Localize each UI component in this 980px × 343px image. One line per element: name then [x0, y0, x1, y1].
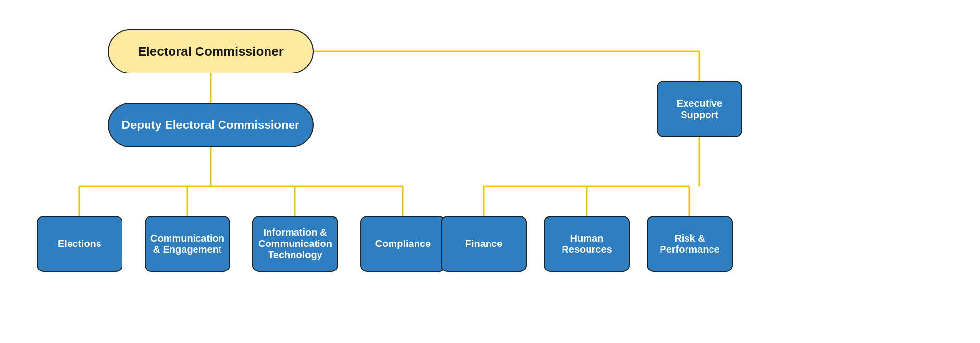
compliance-node: Compliance — [360, 216, 446, 272]
ict-node: Information & Communication Technology — [252, 216, 338, 272]
risk-performance-node: Risk & Performance — [647, 216, 733, 272]
finance-node: Finance — [441, 216, 527, 272]
electoral-commissioner-node: Electoral Commissioner — [108, 29, 314, 74]
org-chart: Electoral Commissioner Deputy Electoral … — [0, 0, 980, 343]
elections-label: Elections — [58, 238, 101, 249]
human-resources-label: Human Resources — [545, 233, 629, 255]
ict-label: Information & Communication Technology — [253, 227, 337, 261]
deputy-electoral-commissioner-node: Deputy Electoral Commissioner — [108, 103, 314, 147]
compliance-label: Compliance — [375, 238, 431, 249]
electoral-commissioner-label: Electoral Commissioner — [138, 44, 284, 59]
deputy-electoral-commissioner-label: Deputy Electoral Commissioner — [122, 118, 300, 132]
executive-support-label: Executive Support — [658, 98, 741, 121]
risk-performance-label: Risk & Performance — [648, 233, 732, 255]
communication-engagement-node: Communication & Engagement — [145, 216, 230, 272]
communication-engagement-label: Communication & Engagement — [146, 233, 229, 255]
human-resources-node: Human Resources — [544, 216, 630, 272]
finance-label: Finance — [466, 238, 503, 249]
elections-node: Elections — [37, 216, 122, 272]
executive-support-node: Executive Support — [657, 81, 742, 137]
